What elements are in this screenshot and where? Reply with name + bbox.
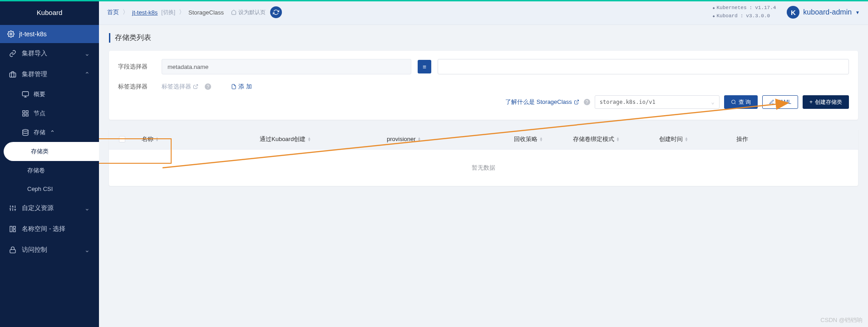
layout-icon	[9, 225, 16, 233]
sliders-icon	[9, 205, 16, 212]
col-created[interactable]: 创建时间▲▼	[659, 135, 736, 143]
nav-label: 集群管理	[22, 70, 47, 78]
watermark: CSDN @铛铛响	[820, 316, 863, 324]
user-menu[interactable]: K kuboard-admin ▼	[787, 6, 860, 19]
crumb-home[interactable]: 首页	[107, 8, 119, 16]
nav-label: 集群导入	[22, 49, 47, 58]
nav-label: 存储	[34, 128, 45, 137]
svg-rect-11	[10, 249, 15, 253]
api-version-value: storage.k8s.io/v1	[600, 99, 656, 105]
field-selector-label: 字段选择器	[118, 63, 155, 71]
add-label-button[interactable]: 添 加	[231, 83, 252, 91]
svg-rect-1	[10, 73, 15, 77]
svg-point-12	[731, 100, 735, 104]
nav-storage-class[interactable]: 存储类	[4, 142, 99, 161]
nav: 集群导入 ⌄ 集群管理 ⌃ 概要 节点 存储 ⌃ 存储类 存储卷 Ceph CS…	[0, 43, 99, 327]
col-name[interactable]: 名称▲▼	[142, 135, 260, 143]
cluster-name: jt-test-k8s	[19, 30, 47, 38]
file-icon	[231, 84, 237, 89]
nav-access-control[interactable]: 访问控制 ⌄	[0, 239, 99, 260]
chevron-down-icon: ⌄	[711, 99, 715, 105]
set-default-link[interactable]: 设为默认页	[231, 9, 266, 16]
col-reclaim[interactable]: 回收策略▲▼	[514, 135, 573, 143]
cluster-selector[interactable]: jt-test-k8s	[0, 25, 99, 43]
breadcrumb: 首页 〉 jt-test-k8s [切换] 〉 StorageClass	[107, 8, 224, 16]
set-default-label: 设为默认页	[238, 9, 266, 16]
yaml-button[interactable]: YAML	[762, 95, 798, 109]
nav-label: 名称空间 - 选择	[22, 225, 65, 233]
api-version-select[interactable]: storage.k8s.io/v1 ⌄	[595, 95, 720, 109]
nav-label: 自定义资源	[22, 204, 54, 212]
nav-nodes[interactable]: 节点	[0, 104, 99, 123]
nav-storage[interactable]: 存储 ⌃	[0, 123, 99, 142]
label-selector-input[interactable]: 标签选择器	[162, 83, 198, 91]
chevron-up-icon: ⌃	[50, 129, 55, 136]
svg-rect-8	[10, 226, 12, 232]
header-right: Kubernetes:v1.17.4 Kuboard:v3.3.0.0 K ku…	[713, 4, 860, 20]
col-via-kuboard[interactable]: 通过Kuboard创建▲▼	[260, 135, 387, 143]
field-value-input[interactable]	[438, 59, 849, 74]
nav-label: 节点	[34, 109, 45, 117]
svg-point-0	[10, 33, 12, 35]
table-header: 名称▲▼ 通过Kuboard创建▲▼ provisioner▲▼ 回收策略▲▼ …	[109, 129, 858, 150]
chevron-down-icon: ⌄	[84, 205, 90, 212]
col-ops: 操作	[736, 135, 848, 143]
create-storage-class-button[interactable]: + 创建存储类	[803, 95, 849, 109]
table: 名称▲▼ 通过Kuboard创建▲▼ provisioner▲▼ 回收策略▲▼ …	[109, 129, 858, 186]
nav-cluster-import[interactable]: 集群导入 ⌄	[0, 43, 99, 64]
nav-overview[interactable]: 概要	[0, 85, 99, 104]
sidebar: Kuboard jt-test-k8s 集群导入 ⌄ 集群管理 ⌃ 概要 节点 …	[0, 0, 99, 327]
nav-label: 存储卷	[27, 166, 45, 175]
learn-link[interactable]: 了解什么是 StorageClass	[505, 98, 579, 106]
version-k8s-label: Kubernetes	[713, 4, 747, 12]
chevron-down-icon: ⌄	[84, 246, 90, 254]
sort-icon: ▲▼	[418, 137, 421, 142]
brand-logo[interactable]: Kuboard	[0, 0, 99, 25]
refresh-icon	[273, 9, 279, 15]
query-button[interactable]: 查 询	[724, 95, 758, 109]
col-bind-mode[interactable]: 存储卷绑定模式▲▼	[573, 135, 659, 143]
sort-icon: ▲▼	[539, 137, 543, 142]
svg-rect-9	[13, 226, 15, 229]
nav-namespace[interactable]: 名称空间 - 选择	[0, 219, 99, 239]
nav-crd[interactable]: 自定义资源 ⌄	[0, 198, 99, 219]
filter-panel: 字段选择器 metadata.name = 标签选择器 标签选择器 ? 添 加	[109, 51, 858, 120]
page-title: 存储类列表	[109, 33, 858, 43]
home-icon	[231, 10, 237, 15]
svg-point-7	[23, 129, 28, 131]
version-kb-value: v3.3.0.0	[746, 12, 770, 20]
database-icon	[22, 129, 29, 136]
svg-rect-6	[26, 114, 28, 116]
nav-cluster-manage[interactable]: 集群管理 ⌃	[0, 64, 99, 85]
svg-rect-2	[22, 92, 28, 96]
version-kb-label: Kuboard	[713, 12, 738, 20]
crumb-switch[interactable]: [切换]	[161, 9, 175, 16]
help-icon[interactable]: ?	[584, 99, 590, 105]
top-accent-bar	[0, 0, 868, 1]
crumb-cluster[interactable]: jt-test-k8s	[132, 9, 158, 16]
header: 首页 〉 jt-test-k8s [切换] 〉 StorageClass 设为默…	[99, 0, 868, 25]
col-provisioner[interactable]: provisioner▲▼	[387, 136, 514, 142]
svg-rect-4	[26, 111, 28, 113]
nav-label: Ceph CSI	[27, 185, 53, 192]
refresh-button[interactable]	[270, 6, 282, 18]
version-k8s-value: v1.17.4	[755, 4, 776, 12]
lock-icon	[9, 246, 16, 254]
nav-label: 概要	[34, 90, 45, 98]
action-row: 了解什么是 StorageClass ? storage.k8s.io/v1 ⌄…	[118, 95, 849, 109]
gear-icon	[7, 30, 15, 38]
plus-icon: +	[809, 99, 813, 105]
main: 首页 〉 jt-test-k8s [切换] 〉 StorageClass 设为默…	[99, 0, 868, 327]
chevron-up-icon: ⌃	[84, 71, 90, 78]
sort-icon: ▲▼	[685, 137, 688, 142]
select-all-checkbox[interactable]	[119, 136, 125, 142]
nav-storage-volume[interactable]: 存储卷	[0, 161, 99, 180]
field-selector-input[interactable]: metadata.name	[162, 59, 411, 74]
equals-button[interactable]: =	[418, 60, 431, 73]
crumb-current: StorageClass	[188, 9, 224, 16]
help-icon[interactable]: ?	[205, 83, 211, 90]
breadcrumb-separator: 〉	[179, 8, 185, 16]
breadcrumb-separator: 〉	[123, 8, 128, 16]
nav-ceph-csi[interactable]: Ceph CSI	[0, 180, 99, 198]
sort-icon: ▲▼	[616, 137, 620, 142]
